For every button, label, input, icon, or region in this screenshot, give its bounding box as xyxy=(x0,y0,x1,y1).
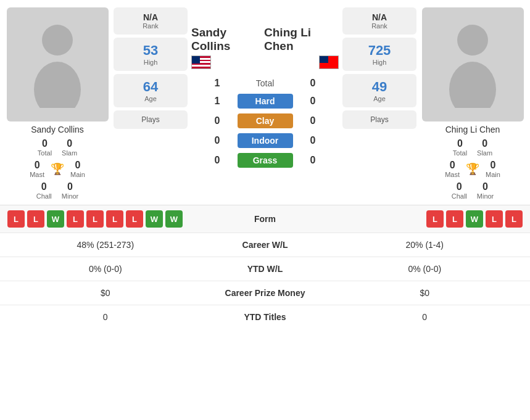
center-names-row: Sandy Collins Ching Li Chen xyxy=(191,26,339,69)
left-stat-minor: 0 Minor xyxy=(62,181,79,200)
svg-point-2 xyxy=(457,25,488,56)
right-avatar xyxy=(422,7,524,121)
left-form-badge-3: L xyxy=(67,210,84,228)
svg-point-1 xyxy=(34,62,81,108)
left-stat-slam: 0 Slam xyxy=(62,138,77,157)
stat-right-career-w/l: 20% (1-4) xyxy=(327,240,523,250)
left-stat-chall: 0 Chall xyxy=(36,181,52,200)
center-scores: Sandy Collins Ching Li Chen 1 Total 0 1 … xyxy=(191,7,339,170)
form-section: LLWLLLLWWFormLLWLL xyxy=(0,205,530,233)
left-stat-cards: N/A Rank 53 High 64 Age Plays xyxy=(114,7,188,129)
left-stats-row3: 0 Chall 0 Minor xyxy=(36,181,79,200)
right-stat-cards: N/A Rank 725 High 49 Age Plays xyxy=(342,7,416,129)
left-name-area: Sandy Collins xyxy=(191,26,264,69)
right-trophy-icon: 🏆 xyxy=(466,162,479,176)
stat-center-label: Career Prize Money xyxy=(204,288,327,298)
left-stats-row1: 0 Total 0 Slam xyxy=(38,138,77,157)
stat-left-career-prize-money: $0 xyxy=(7,288,204,298)
right-form-badge-1: L xyxy=(446,210,463,228)
stat-center-label: Career W/L xyxy=(204,240,327,250)
svg-point-0 xyxy=(42,25,73,56)
total-right-score: 0 xyxy=(305,78,321,89)
left-form-badge-5: L xyxy=(106,210,123,228)
right-plays-card: Plays xyxy=(342,110,416,129)
center-left-name: Sandy Collins xyxy=(191,26,264,53)
left-stat-total: 0 Total xyxy=(38,138,52,157)
right-form-badge-2: W xyxy=(466,210,483,228)
total-left-score: 1 xyxy=(210,78,225,89)
us-flag-icon xyxy=(191,56,211,69)
hard-left-score: 1 xyxy=(210,96,225,107)
right-stat-main: 0 Main xyxy=(486,160,500,178)
left-stats-row2: 0 Mast 🏆 0 Main xyxy=(30,160,85,178)
indoor-left-score: 0 xyxy=(210,135,225,146)
left-form-badges: LLWLLLLWW xyxy=(7,210,228,228)
grass-right-score: 0 xyxy=(305,155,321,166)
right-stats-row3: 0 Chall 0 Minor xyxy=(452,181,494,200)
left-form-badge-0: L xyxy=(7,210,25,228)
score-row-indoor: 0 Indoor 0 xyxy=(191,133,339,148)
left-form-badge-2: W xyxy=(47,210,64,228)
top-section: Sandy Collins 0 Total 0 Slam 0 Mast 🏆 0 … xyxy=(0,0,530,205)
stat-center-label: YTD W/L xyxy=(204,264,327,274)
right-high-card: 725 High xyxy=(342,38,416,71)
right-form-badges: LLWLL xyxy=(302,210,523,228)
center-right-name: Ching Li Chen xyxy=(264,26,339,53)
hard-right-score: 0 xyxy=(305,96,321,107)
clay-left-score: 0 xyxy=(210,115,225,126)
left-avatar xyxy=(7,7,109,121)
stats-row-career-w/l: 48% (251-273) Career W/L 20% (1-4) xyxy=(0,233,530,257)
grass-badge: Grass xyxy=(238,153,293,168)
stats-row-ytd-titles: 0 YTD Titles 0 xyxy=(0,305,530,329)
stat-right-ytd-w/l: 0% (0-0) xyxy=(327,264,523,274)
score-row-hard: 1 Hard 0 xyxy=(191,94,339,109)
clay-badge: Clay xyxy=(238,113,293,128)
hard-badge: Hard xyxy=(238,94,293,109)
score-row-grass: 0 Grass 0 xyxy=(191,153,339,168)
stat-left-ytd-w/l: 0% (0-0) xyxy=(7,264,204,274)
main-container: Sandy Collins 0 Total 0 Slam 0 Mast 🏆 0 … xyxy=(0,0,530,420)
stat-right-ytd-titles: 0 xyxy=(327,312,523,322)
grass-left-score: 0 xyxy=(210,155,225,166)
left-form-badge-7: W xyxy=(146,210,163,228)
left-form-badge-4: L xyxy=(86,210,104,228)
right-stat-chall: 0 Chall xyxy=(452,181,467,200)
left-rank-card: N/A Rank xyxy=(114,7,188,35)
right-stat-slam: 0 Slam xyxy=(477,138,492,157)
left-form-badge-8: W xyxy=(165,210,183,228)
tw-flag-icon xyxy=(319,56,339,69)
indoor-right-score: 0 xyxy=(305,135,321,146)
right-stats-row2: 0 Mast 🏆 0 Main xyxy=(445,160,500,178)
clay-right-score: 0 xyxy=(305,115,321,126)
right-name-area: Ching Li Chen xyxy=(264,26,339,69)
left-stat-mast: 0 Mast xyxy=(30,160,44,178)
right-player-col: Ching Li Chen 0 Total 0 Slam 0 Mast 🏆 0 … xyxy=(420,7,525,200)
score-row-clay: 0 Clay 0 xyxy=(191,113,339,128)
right-form-badge-3: L xyxy=(486,210,503,228)
left-player-name: Sandy Collins xyxy=(31,125,84,134)
left-player-col: Sandy Collins 0 Total 0 Slam 0 Mast 🏆 0 … xyxy=(5,7,110,200)
indoor-badge: Indoor xyxy=(238,133,293,148)
left-plays-card: Plays xyxy=(114,110,188,129)
stats-row-career-prize-money: $0 Career Prize Money $0 xyxy=(0,281,530,305)
stat-left-career-w/l: 48% (251-273) xyxy=(7,240,204,250)
left-high-card: 53 High xyxy=(114,38,188,71)
right-stat-total: 0 Total xyxy=(453,138,467,157)
right-form-badge-4: L xyxy=(505,210,523,228)
stat-center-label: YTD Titles xyxy=(204,312,327,322)
right-form-badge-0: L xyxy=(426,210,444,228)
right-stats-row1: 0 Total 0 Slam xyxy=(453,138,492,157)
right-player-name: Ching Li Chen xyxy=(445,125,500,134)
left-form-badge-1: L xyxy=(27,210,44,228)
right-stat-minor: 0 Minor xyxy=(477,181,494,200)
total-label: Total xyxy=(238,78,293,88)
left-stat-main: 0 Main xyxy=(70,160,85,178)
left-form-badge-6: L xyxy=(126,210,143,228)
form-label: Form xyxy=(228,214,302,224)
right-stat-mast: 0 Mast xyxy=(445,160,460,178)
right-age-card: 49 Age xyxy=(342,74,416,107)
stat-left-ytd-titles: 0 xyxy=(7,312,204,322)
stats-row-ytd-w/l: 0% (0-0) YTD W/L 0% (0-0) xyxy=(0,257,530,281)
left-trophy-icon: 🏆 xyxy=(51,162,64,176)
svg-point-3 xyxy=(449,62,496,108)
